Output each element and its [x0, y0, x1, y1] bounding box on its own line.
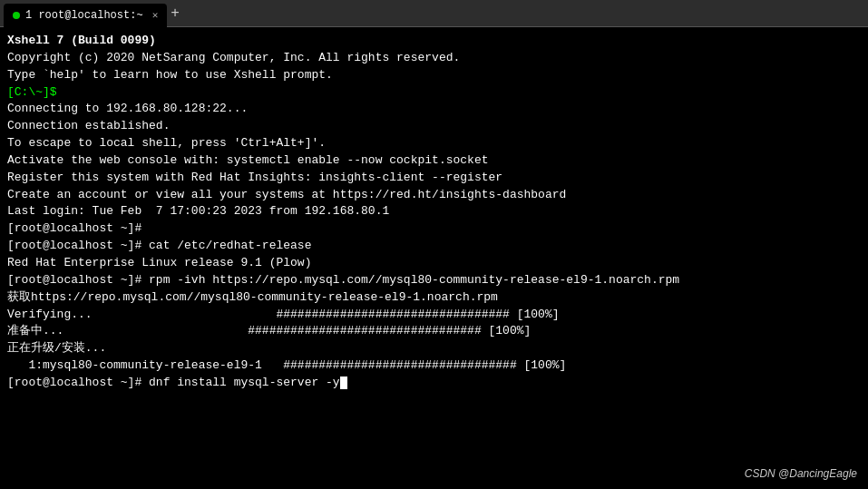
titlebar: 1 root@localhost:~ ✕ +	[0, 0, 868, 27]
tab-label: 1 root@localhost:~	[25, 9, 143, 22]
active-tab[interactable]: 1 root@localhost:~ ✕	[4, 4, 167, 27]
terminal: Xshell 7 (Build 0099)Copyright (c) 2020 …	[0, 27, 868, 489]
tab-status-dot	[13, 12, 20, 19]
tab-close-icon[interactable]: ✕	[152, 9, 159, 21]
new-tab-button[interactable]: +	[171, 6, 180, 21]
watermark: CSDN @DancingEagle	[745, 467, 857, 480]
